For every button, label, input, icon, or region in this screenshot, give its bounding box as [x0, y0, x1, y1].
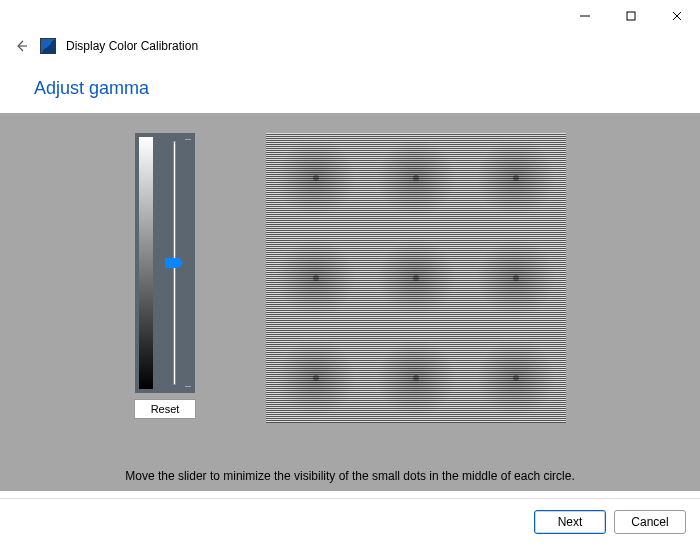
gradient-strip: [139, 137, 153, 389]
back-arrow-icon[interactable]: [12, 37, 30, 55]
app-icon: [40, 38, 56, 54]
svg-rect-1: [627, 12, 635, 20]
instruction-text: Move the slider to minimize the visibili…: [0, 469, 700, 483]
close-button[interactable]: [654, 0, 700, 32]
next-button[interactable]: Next: [534, 510, 606, 534]
page-title: Adjust gamma: [0, 60, 700, 113]
slider-tick-top: [185, 139, 191, 140]
reset-button[interactable]: Reset: [134, 399, 196, 419]
minimize-button[interactable]: [562, 0, 608, 32]
gamma-slider-column: Reset: [134, 133, 196, 419]
slider-tick-bottom: [185, 386, 191, 387]
titlebar: [0, 0, 700, 32]
gamma-slider-box: [135, 133, 195, 393]
gamma-test-pattern: [266, 133, 566, 423]
maximize-button[interactable]: [608, 0, 654, 32]
slider-thumb[interactable]: [165, 258, 183, 268]
header: Display Color Calibration: [0, 32, 700, 60]
cancel-button[interactable]: Cancel: [614, 510, 686, 534]
gamma-slider[interactable]: [157, 137, 191, 389]
app-title: Display Color Calibration: [66, 39, 198, 53]
footer: Next Cancel: [0, 498, 700, 544]
content-area: Reset Move the slider to minimize the vi…: [0, 113, 700, 491]
